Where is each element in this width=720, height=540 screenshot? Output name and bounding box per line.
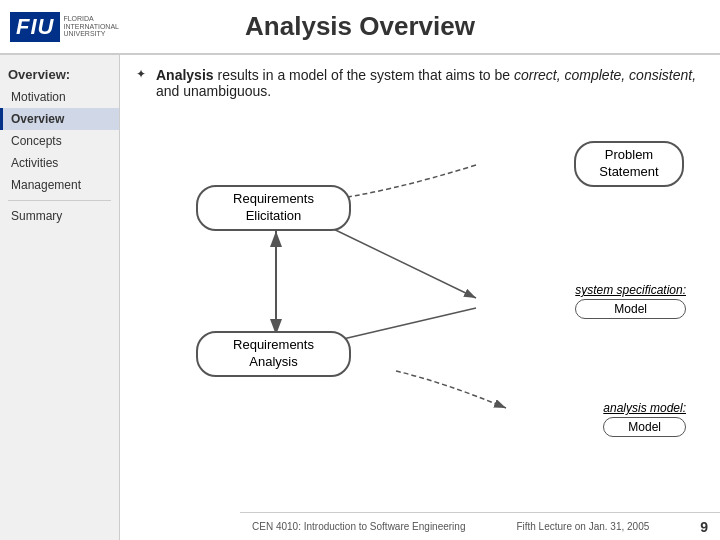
footer-right: Fifth Lecture on Jan. 31, 2005 (516, 521, 649, 532)
page-title: Analysis Overview (245, 11, 475, 42)
system-spec-label: system specification: (575, 283, 686, 297)
analysis-model-label: analysis model: (603, 401, 686, 415)
problem-statement-box: ProblemStatement (574, 141, 684, 187)
intro-bold: Analysis (156, 67, 214, 83)
page-number: 9 (700, 519, 708, 535)
intro-italics: correct, complete, consistent, (514, 67, 696, 83)
logo-subtitle: FLORIDA INTERNATIONAL UNIVERSITY (63, 15, 133, 38)
footer-left: CEN 4010: Introduction to Software Engin… (252, 521, 465, 532)
requirements-analysis-label: RequirementsAnalysis (233, 337, 314, 369)
sidebar: Overview: Motivation Overview Concepts A… (0, 55, 120, 540)
sidebar-item-concepts[interactable]: Concepts (0, 130, 119, 152)
intro-end: and unambiguous. (156, 83, 271, 99)
system-model-box: Model (575, 299, 686, 319)
content-area: Analysis results in a model of the syste… (120, 55, 720, 540)
sidebar-item-motivation[interactable]: Motivation (0, 86, 119, 108)
requirements-elicitation-label: RequirementsElicitation (233, 191, 314, 223)
analysis-model-box: Model (603, 417, 686, 437)
problem-statement-label: ProblemStatement (599, 147, 658, 179)
sidebar-divider (8, 200, 111, 201)
sidebar-item-summary[interactable]: Summary (0, 205, 119, 227)
sidebar-section-title: Overview: (0, 63, 119, 86)
intro-paragraph: Analysis results in a model of the syste… (136, 67, 704, 99)
header: FIU FLORIDA INTERNATIONAL UNIVERSITY Ana… (0, 0, 720, 55)
requirements-elicitation-box: RequirementsElicitation (196, 185, 351, 231)
sidebar-item-activities[interactable]: Activities (0, 152, 119, 174)
sidebar-item-management[interactable]: Management (0, 174, 119, 196)
system-spec-label-container: system specification: Model (575, 283, 686, 319)
logo: FIU FLORIDA INTERNATIONAL UNIVERSITY (10, 12, 133, 42)
intro-rest: results in a model of the system that ai… (214, 67, 514, 83)
requirements-analysis-box: RequirementsAnalysis (196, 331, 351, 377)
analysis-model-label-container: analysis model: Model (603, 401, 686, 437)
diagram: ProblemStatement RequirementsElicitation… (136, 113, 704, 463)
main-layout: Overview: Motivation Overview Concepts A… (0, 55, 720, 540)
sidebar-item-overview[interactable]: Overview (0, 108, 119, 130)
svg-line-3 (326, 308, 476, 343)
svg-line-2 (321, 223, 476, 298)
logo-text: FIU (10, 12, 60, 42)
footer: CEN 4010: Introduction to Software Engin… (240, 512, 720, 540)
